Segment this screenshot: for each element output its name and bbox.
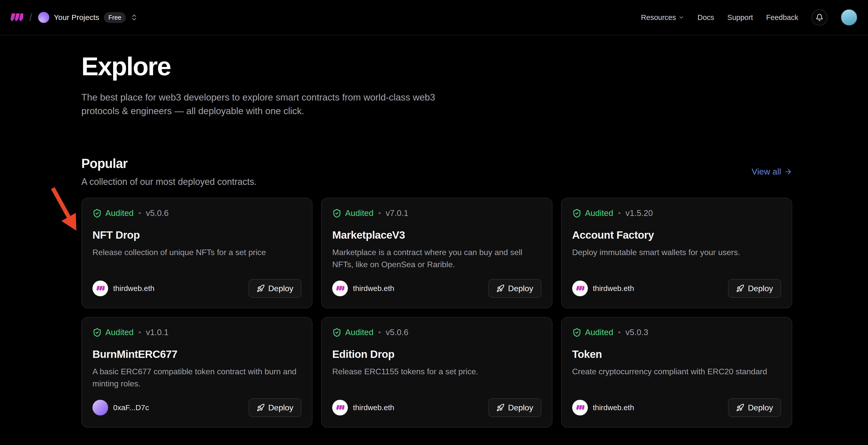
popular-subtitle: A collection of our most deployed contra… [81, 177, 257, 187]
contract-description: Create cryptocurrency compliant with ERC… [572, 365, 781, 378]
contract-title: Account Factory [572, 229, 781, 241]
contract-card-grid: Audited • v5.0.6 NFT Drop Release collec… [81, 198, 792, 427]
publisher-link[interactable]: thirdweb.eth [572, 400, 634, 415]
contract-title: BurnMintERC677 [92, 348, 301, 360]
contract-card-account-factory[interactable]: Audited • v1.5.20 Account Factory Deploy… [561, 198, 792, 308]
deploy-label: Deploy [508, 284, 533, 293]
nav-support[interactable]: Support [727, 13, 753, 22]
version-label: v1.0.1 [146, 327, 168, 337]
deploy-button[interactable]: Deploy [249, 398, 302, 417]
contract-title: Token [572, 348, 781, 360]
team-selector[interactable]: Your Projects Free [38, 12, 138, 23]
contract-card-marketplacev3[interactable]: Audited • v7.0.1 MarketplaceV3 Marketpla… [321, 198, 552, 308]
card-meta: Audited • v5.0.6 [92, 209, 301, 218]
rocket-icon [496, 404, 504, 412]
deploy-button[interactable]: Deploy [728, 398, 781, 417]
meta-separator: • [618, 328, 621, 337]
shield-check-icon [332, 209, 342, 218]
version-label: v5.0.6 [146, 209, 168, 218]
contract-description: Release ERC1155 tokens for a set price. [332, 365, 541, 378]
view-all-link[interactable]: View all [751, 167, 792, 177]
publisher-avatar [572, 400, 588, 415]
team-avatar [38, 12, 49, 23]
audited-badge: Audited [345, 209, 373, 218]
deploy-button[interactable]: Deploy [728, 279, 781, 298]
meta-separator: • [138, 328, 141, 337]
deploy-label: Deploy [268, 284, 293, 293]
publisher-name: thirdweb.eth [593, 403, 634, 412]
publisher-link[interactable]: thirdweb.eth [332, 400, 394, 415]
nav-docs[interactable]: Docs [698, 13, 714, 22]
version-label: v5.0.6 [386, 327, 408, 337]
publisher-avatar [92, 400, 108, 415]
meta-separator: • [378, 209, 381, 218]
user-avatar[interactable] [841, 9, 858, 26]
publisher-avatar [92, 281, 108, 296]
notifications-button[interactable] [811, 9, 828, 26]
nav-feedback[interactable]: Feedback [766, 13, 798, 22]
contract-description: Release collection of unique NFTs for a … [92, 246, 301, 258]
meta-separator: • [378, 328, 381, 337]
contract-description: Deploy immutable smart wallets for your … [572, 246, 781, 258]
meta-separator: • [138, 209, 141, 218]
rocket-icon [257, 284, 265, 292]
card-footer: thirdweb.eth Deploy [332, 279, 541, 298]
version-label: v5.0.3 [625, 327, 648, 337]
audited-badge: Audited [105, 209, 134, 218]
contract-card-nft-drop[interactable]: Audited • v5.0.6 NFT Drop Release collec… [81, 198, 312, 308]
card-footer: thirdweb.eth Deploy [92, 279, 301, 298]
contract-card-edition-drop[interactable]: Audited • v5.0.6 Edition Drop Release ER… [321, 317, 552, 427]
publisher-avatar [572, 281, 588, 296]
nav-feedback-label: Feedback [766, 13, 798, 22]
card-meta: Audited • v5.0.3 [572, 327, 781, 337]
contract-card-burnminterc677[interactable]: Audited • v1.0.1 BurnMintERC677 A basic … [81, 317, 312, 427]
shield-check-icon [92, 209, 102, 218]
deploy-label: Deploy [748, 284, 773, 293]
card-meta: Audited • v1.0.1 [92, 327, 301, 337]
nav-support-label: Support [727, 13, 753, 22]
page-title: Explore [81, 53, 792, 80]
deploy-button[interactable]: Deploy [488, 279, 541, 298]
publisher-link[interactable]: thirdweb.eth [572, 281, 634, 296]
view-all-label: View all [751, 167, 781, 177]
thirdweb-logo-icon [9, 11, 23, 24]
rocket-icon [257, 404, 265, 412]
page-description: The best place for web3 developers to ex… [81, 91, 468, 118]
team-name: Your Projects [54, 13, 99, 22]
shield-check-icon [572, 209, 582, 218]
publisher-name: thirdweb.eth [113, 284, 154, 293]
contract-title: MarketplaceV3 [332, 229, 541, 241]
audited-badge: Audited [585, 327, 613, 337]
breadcrumb: / Your Projects Free [9, 11, 138, 24]
version-label: v1.5.20 [625, 209, 653, 218]
publisher-name: 0xaF...D7c [113, 403, 149, 412]
audited-badge: Audited [345, 327, 373, 337]
deploy-button[interactable]: Deploy [249, 279, 302, 298]
top-navbar: / Your Projects Free Resources Docs Supp… [0, 0, 868, 35]
rocket-icon [496, 284, 504, 292]
publisher-name: thirdweb.eth [353, 284, 394, 293]
contract-title: Edition Drop [332, 348, 541, 360]
publisher-link[interactable]: thirdweb.eth [332, 281, 394, 296]
contract-card-token[interactable]: Audited • v5.0.3 Token Create cryptocurr… [561, 317, 792, 427]
breadcrumb-separator: / [29, 12, 32, 23]
meta-separator: • [618, 209, 621, 218]
audited-badge: Audited [105, 327, 134, 337]
thirdweb-logo[interactable] [9, 11, 23, 24]
deploy-button[interactable]: Deploy [488, 398, 541, 417]
popular-title: Popular [81, 156, 257, 171]
deploy-label: Deploy [748, 403, 773, 412]
plan-badge: Free [104, 12, 126, 23]
publisher-link[interactable]: 0xaF...D7c [92, 400, 149, 415]
audited-badge: Audited [585, 209, 613, 218]
contract-description: A basic ERC677 compatible token contract… [92, 365, 301, 390]
arrow-right-icon [784, 168, 792, 176]
deploy-label: Deploy [508, 403, 533, 412]
chevrons-up-down-icon [130, 13, 138, 21]
publisher-link[interactable]: thirdweb.eth [92, 281, 154, 296]
card-meta: Audited • v7.0.1 [332, 209, 541, 218]
nav-resources[interactable]: Resources [641, 13, 684, 22]
card-footer: thirdweb.eth Deploy [332, 398, 541, 417]
card-footer: thirdweb.eth Deploy [572, 279, 781, 298]
contract-title: NFT Drop [92, 229, 301, 241]
